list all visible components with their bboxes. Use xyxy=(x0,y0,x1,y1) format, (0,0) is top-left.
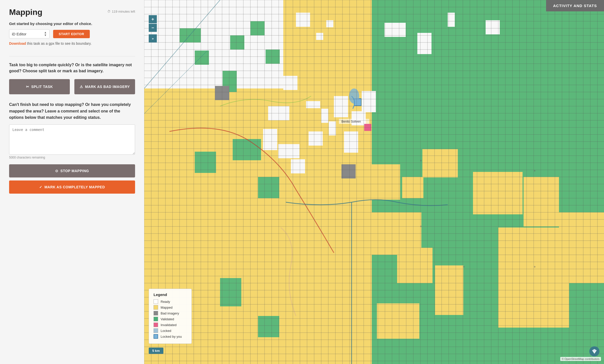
svg-text:+: + xyxy=(534,265,536,269)
svg-text:+: + xyxy=(534,169,536,173)
download-link[interactable]: Download xyxy=(9,41,26,46)
legend-color-box xyxy=(154,305,158,310)
svg-text:+: + xyxy=(463,265,465,269)
legend-item: Validated xyxy=(154,317,187,321)
legend-color-box xyxy=(154,323,158,327)
legend-items: ReadyMappedBad imageryValidatedInvalidat… xyxy=(154,299,187,339)
right-panel: ACTIVITY AND STATS xyxy=(144,0,604,364)
legend-item-label: Mapped xyxy=(161,306,172,309)
split-task-label: SPLIT TASK xyxy=(31,85,53,89)
activity-stats-bar[interactable]: ACTIVITY AND STATS xyxy=(546,0,604,11)
gem-svg xyxy=(592,349,597,354)
warning-icon: ⚠ xyxy=(80,85,83,89)
zoom-in-button[interactable]: + xyxy=(149,15,157,23)
editor-select-value: iD Editor xyxy=(12,32,42,36)
left-panel: Mapping ⏱ 119 minutes left Get started b… xyxy=(0,0,144,364)
legend-color-box xyxy=(154,328,158,333)
legend-color-box xyxy=(154,299,158,304)
legend-color-box xyxy=(154,317,158,321)
check-icon: ✓ xyxy=(39,185,42,189)
legend-item: Invalidated xyxy=(154,323,187,327)
action-buttons: ✂ SPLIT TASK ⚠ MARK AS BAD IMAGERY xyxy=(9,79,135,94)
collapse-arrows-button[interactable]: » xyxy=(149,34,157,42)
split-icon: ✂ xyxy=(26,85,29,89)
section-divider xyxy=(9,56,135,56)
legend: Legend ReadyMappedBad imageryValidatedIn… xyxy=(149,289,192,344)
mark-mapped-button[interactable]: ✓ MARK AS COMPLETELY MAPPED xyxy=(9,180,135,194)
stop-icon: ⊙ xyxy=(55,169,58,173)
editor-row: iD Editor ▲ ▼ START EDITOR xyxy=(9,29,135,38)
timer-badge: ⏱ 119 minutes left xyxy=(107,10,135,13)
svg-text:+: + xyxy=(420,224,422,228)
legend-title: Legend xyxy=(154,292,187,297)
download-text: this task as a gpx file to see its bound… xyxy=(27,41,92,46)
legend-item-label: Validated xyxy=(161,317,174,321)
char-count: 5000 characters remaining xyxy=(9,156,135,159)
split-section-text: Task too big to complete quickly? Or is … xyxy=(9,62,135,74)
editor-select-arrows: ▲ ▼ xyxy=(44,31,47,37)
legend-color-box xyxy=(154,311,158,315)
bad-imagery-label: MARK AS BAD IMAGERY xyxy=(85,85,130,89)
timer-text: 119 minutes left xyxy=(112,10,135,13)
timer-icon: ⏱ xyxy=(107,10,111,13)
legend-item: Ready xyxy=(154,299,187,304)
legend-item: Bad imagery xyxy=(154,311,187,315)
zoom-out-button[interactable]: − xyxy=(149,24,157,32)
svg-text:+: + xyxy=(420,158,422,163)
legend-item-label: Ready xyxy=(161,300,170,304)
comment-section-text: Can't finish but need to stop mapping? O… xyxy=(9,101,135,121)
stop-mapping-label: STOP MAPPING xyxy=(60,169,89,173)
legend-color-box xyxy=(154,334,158,339)
header-area: Mapping ⏱ 119 minutes left xyxy=(9,8,135,21)
osm-attribution: © OpenStreetMap contributors xyxy=(560,357,601,361)
legend-item-label: Locked by you xyxy=(161,335,182,338)
stop-mapping-button[interactable]: ⊙ STOP MAPPING xyxy=(9,164,135,177)
editor-select[interactable]: iD Editor ▲ ▼ xyxy=(9,29,50,38)
mark-mapped-label: MARK AS COMPLETELY MAPPED xyxy=(45,185,105,189)
legend-item-label: Locked xyxy=(161,329,171,333)
editor-subtitle: Get started by choosing your editor of c… xyxy=(9,21,135,26)
osm-text: © OpenStreetMap contributors xyxy=(562,357,599,360)
bad-imagery-button[interactable]: ⚠ MARK AS BAD IMAGERY xyxy=(74,79,135,94)
scale-bar: 5 km xyxy=(149,348,163,354)
legend-item: Mapped xyxy=(154,305,187,310)
map-controls: + − » xyxy=(149,15,157,42)
start-editor-button[interactable]: START EDITOR xyxy=(53,30,90,38)
legend-item-label: Bad imagery xyxy=(161,311,179,315)
map-grid: Benito Soliven + + + + + xyxy=(144,0,604,364)
download-link-area: Download this task as a gpx file to see … xyxy=(9,41,135,46)
comment-textarea[interactable] xyxy=(9,124,135,155)
diamond-icon[interactable] xyxy=(589,346,599,356)
map-container: ACTIVITY AND STATS xyxy=(144,0,604,364)
legend-item: Locked xyxy=(154,328,187,333)
page-title: Mapping xyxy=(9,8,42,17)
legend-item: Locked by you xyxy=(154,334,187,339)
legend-item-label: Invalidated xyxy=(161,323,177,327)
svg-rect-63 xyxy=(144,0,604,364)
split-task-button[interactable]: ✂ SPLIT TASK xyxy=(9,79,70,94)
